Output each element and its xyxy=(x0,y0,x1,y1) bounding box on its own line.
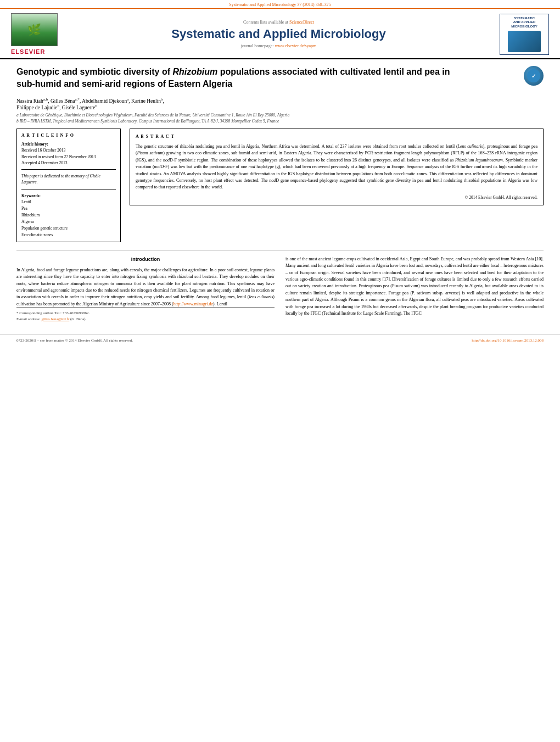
affiliation-a: a Laboratoire de Génétique, Biochimie et… xyxy=(16,113,289,118)
journal-logo-box: SYSTEMATICAND APPLIEDMICROBIOLOGY xyxy=(500,14,549,55)
footer-copyright: 0723-2020/$ – see front matter © 2014 El… xyxy=(16,338,133,343)
section-separator xyxy=(16,250,544,250)
dedication-text: This paper is dedicated to the memory of… xyxy=(21,173,116,186)
received-date: Received 16 October 2013 xyxy=(21,147,116,153)
authors-line: Nassira Riaha,b, Gilles Bénaa,*, Abdelha… xyxy=(16,97,544,110)
intro-left-text: In Algeria, food and forage legume produ… xyxy=(16,267,275,308)
abstract-box: A B S T R A C T The genetic structure of… xyxy=(130,129,544,205)
sciencedirect-anchor[interactable]: ScienceDirect xyxy=(289,20,314,25)
article-info-column: A R T I C L E I N F O Article history: R… xyxy=(16,129,121,242)
sciencedirect-prefix: Contents lists available at xyxy=(243,20,289,25)
received-revised: Received in revised form 27 November 201… xyxy=(21,154,116,160)
top-bar: Systematic and Applied Microbiology 37 (… xyxy=(0,0,560,9)
accepted-date: Accepted 4 December 2013 xyxy=(21,160,116,166)
body-right-col: is one of the most ancient legume crops … xyxy=(285,256,544,322)
keyword-pea: Pea xyxy=(21,205,116,212)
article-title-section: Genotypic and symbiotic diversity of Rhi… xyxy=(16,66,544,93)
abstract-text: The genetic structure of rhizobia nodula… xyxy=(136,143,537,191)
keywords-list: Lentil Pea Rhizobium Algeria Population … xyxy=(21,199,116,238)
email-line: E-mail address: gilles.bena@ird.fr (G. B… xyxy=(16,316,275,322)
minagri-link[interactable]: http://www.minagri.dz xyxy=(173,302,213,306)
email-link[interactable]: gilles.bena@ird.fr xyxy=(42,317,70,321)
journal-left-image: 🌿 xyxy=(11,13,58,46)
keywords-title: Keywords: xyxy=(21,193,116,199)
keyword-algeria: Algeria xyxy=(21,219,116,225)
journal-header: 🌿 ELSEVIER Contents lists available at S… xyxy=(0,9,560,59)
authors-text-2: Philippe de Lajudieb, Gisèle Laguerreb xyxy=(16,105,97,110)
svg-text:✓: ✓ xyxy=(531,73,536,79)
info-divider-2 xyxy=(21,189,116,189)
article-info-abstract: A R T I C L E I N F O Article history: R… xyxy=(16,129,544,242)
homepage-link[interactable]: www.elsevier.de/syapm xyxy=(275,43,316,48)
email-name: (G. Béna). xyxy=(70,317,86,321)
footnote-area: * Corresponding author. Tel.: +33 467569… xyxy=(16,308,275,322)
keyword-population: Population genetic structure xyxy=(21,225,116,232)
footer-doi: http://dx.doi.org/10.1016/j.syapm.2013.1… xyxy=(472,338,544,343)
journal-citation: Systematic and Applied Microbiology 37 (… xyxy=(229,2,331,7)
corresponding-author: * Corresponding author. Tel.: +33 467569… xyxy=(16,310,275,316)
body-left-col: Introduction In Algeria, food and forage… xyxy=(16,256,275,322)
keyword-ecoclimate: Eco-climatic zones xyxy=(21,232,116,238)
intro-title: Introduction xyxy=(16,256,275,264)
crossmark-badge[interactable]: ✓ xyxy=(524,66,544,86)
authors-text: Nassira Riaha,b, Gilles Bénaa,*, Abdelha… xyxy=(16,98,164,104)
affiliations: a Laboratoire de Génétique, Biochimie et… xyxy=(16,113,544,124)
body-text-section: Introduction In Algeria, food and forage… xyxy=(16,256,544,322)
abstract-title: A B S T R A C T xyxy=(136,133,537,140)
journal-logo-title: SYSTEMATICAND APPLIEDMICROBIOLOGY xyxy=(511,16,537,29)
journal-homepage: journal homepage: www.elsevier.de/syapm xyxy=(58,43,500,48)
doi-link[interactable]: http://dx.doi.org/10.1016/j.syapm.2013.1… xyxy=(472,338,544,343)
article-main: Genotypic and symbiotic diversity of Rhi… xyxy=(0,59,560,329)
keyword-lentil: Lentil xyxy=(21,199,116,205)
journal-header-center: Contents lists available at ScienceDirec… xyxy=(58,20,500,48)
elsevier-logo-section: 🌿 ELSEVIER xyxy=(11,13,58,55)
affiliation-b: b IRD – INRA LSTM, Tropical and Mediterr… xyxy=(16,119,279,124)
homepage-prefix: journal homepage: xyxy=(241,43,275,48)
article-title: Genotypic and symbiotic diversity of Rhi… xyxy=(16,66,464,91)
history-title: Article history: xyxy=(21,141,116,147)
info-divider xyxy=(21,169,116,170)
elsevier-label: ELSEVIER xyxy=(11,48,45,55)
abstract-column: A B S T R A C T The genetic structure of… xyxy=(130,129,544,242)
sciencedirect-link: Contents lists available at ScienceDirec… xyxy=(58,20,500,25)
email-label: E-mail address: xyxy=(16,317,42,321)
copyright: © 2014 Elsevier GmbH. All rights reserve… xyxy=(136,194,537,200)
keyword-rhizobium: Rhizobium xyxy=(21,212,116,219)
journal-title: Systematic and Applied Microbiology xyxy=(58,27,500,41)
journal-logo-image xyxy=(508,31,541,52)
article-info-title: A R T I C L E I N F O xyxy=(21,132,116,139)
footer-bar: 0723-2020/$ – see front matter © 2014 El… xyxy=(0,334,560,345)
article-info-box: A R T I C L E I N F O Article history: R… xyxy=(16,129,121,242)
intro-right-text: is one of the most ancient legume crops … xyxy=(285,256,544,317)
